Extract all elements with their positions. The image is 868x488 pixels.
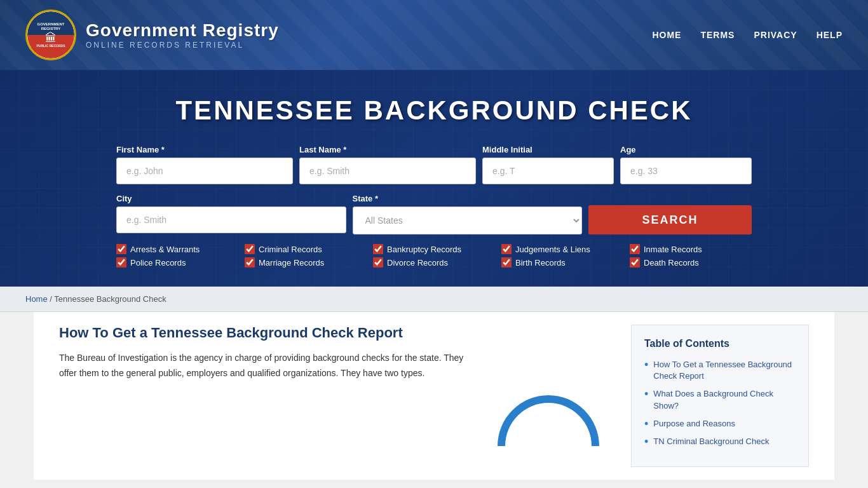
checkbox-judgements[interactable]: Judgements & Liens <box>501 244 623 254</box>
checkbox-inmate[interactable]: Inmate Records <box>630 244 752 254</box>
first-name-input[interactable] <box>116 158 293 184</box>
checkbox-marriage[interactable]: Marriage Records <box>245 257 367 268</box>
first-name-label: First Name * <box>116 145 293 154</box>
article-title: How To Get a Tennessee Background Check … <box>59 325 612 341</box>
middle-initial-input[interactable] <box>482 158 614 184</box>
city-group: City <box>116 194 346 234</box>
checkbox-police[interactable]: Police Records <box>116 257 238 268</box>
toc-box: Table of Contents How To Get a Tennessee… <box>631 325 809 467</box>
main-nav: HOME TERMS PRIVACY HELP <box>652 30 843 40</box>
checkbox-birth[interactable]: Birth Records <box>501 257 623 268</box>
article-section: How To Get a Tennessee Background Check … <box>59 325 612 467</box>
chart-area <box>485 351 612 446</box>
toc-item-2: What Does a Background Check Show? <box>644 388 796 411</box>
toc-link-4[interactable]: TN Criminal Background Check <box>653 436 769 447</box>
checkbox-death[interactable]: Death Records <box>630 257 752 268</box>
main-content: How To Get a Tennessee Background Check … <box>34 312 834 480</box>
search-form-row2: City State * All States Tennessee Alabam… <box>116 194 752 234</box>
logo-emblem: GOVERNMENT REGISTRY 🏛 PUBLIC RECORDS <box>25 10 76 60</box>
nav-terms[interactable]: TERMS <box>700 30 735 40</box>
city-input[interactable] <box>116 207 346 233</box>
logo-bottom-text: PUBLIC RECORDS <box>36 44 65 48</box>
nav-privacy[interactable]: PRIVACY <box>754 30 797 40</box>
breadcrumb-home[interactable]: Home <box>25 294 48 304</box>
last-name-group: Last Name * <box>299 145 476 184</box>
site-subtitle: ONLINE RECORDS RETRIEVAL <box>86 41 279 50</box>
checkbox-criminal[interactable]: Criminal Records <box>245 244 367 254</box>
site-header: GOVERNMENT REGISTRY 🏛 PUBLIC RECORDS Gov… <box>0 0 868 70</box>
breadcrumb: Home / Tennessee Background Check <box>0 287 868 312</box>
search-form-row1: First Name * Last Name * Middle Initial … <box>116 145 752 184</box>
logo-text: Government Registry ONLINE RECORDS RETRI… <box>86 20 279 50</box>
first-name-group: First Name * <box>116 145 293 184</box>
toc-title: Table of Contents <box>644 338 796 349</box>
toc-item-3: Purpose and Reasons <box>644 418 796 430</box>
logo-building-icon: 🏛 <box>45 32 57 44</box>
logo-area: GOVERNMENT REGISTRY 🏛 PUBLIC RECORDS Gov… <box>25 10 279 60</box>
state-label: State * <box>353 194 583 203</box>
checkbox-arrests[interactable]: Arrests & Warrants <box>116 244 238 254</box>
last-name-input[interactable] <box>299 158 476 184</box>
site-title: Government Registry <box>86 20 279 41</box>
logo-top-text: GOVERNMENT REGISTRY <box>27 22 74 31</box>
toc-link-3[interactable]: Purpose and Reasons <box>653 418 735 430</box>
age-group: Age <box>620 145 752 184</box>
nav-help[interactable]: HELP <box>817 30 843 40</box>
age-input[interactable] <box>620 158 752 184</box>
record-type-checkboxes: Arrests & Warrants Criminal Records Bank… <box>116 244 752 268</box>
state-select[interactable]: All States Tennessee Alabama Alaska <box>353 207 583 234</box>
toc-item-1: How To Get a Tennessee Background Check … <box>644 359 796 382</box>
middle-initial-group: Middle Initial <box>482 145 614 184</box>
toc-link-2[interactable]: What Does a Background Check Show? <box>653 388 796 411</box>
toc-list: How To Get a Tennessee Background Check … <box>644 359 796 447</box>
page-hero-title: TENNESSEE BACKGROUND CHECK <box>13 95 855 126</box>
city-label: City <box>116 194 346 203</box>
middle-initial-label: Middle Initial <box>482 145 614 154</box>
state-group: State * All States Tennessee Alabama Ala… <box>353 194 583 234</box>
nav-home[interactable]: HOME <box>652 30 681 40</box>
checkbox-divorce[interactable]: Divorce Records <box>373 257 495 268</box>
search-button[interactable]: SEARCH <box>588 205 752 234</box>
breadcrumb-current: Tennessee Background Check <box>54 294 166 304</box>
last-name-label: Last Name * <box>299 145 476 154</box>
breadcrumb-separator: / <box>50 294 52 304</box>
toc-link-1[interactable]: How To Get a Tennessee Background Check … <box>653 359 796 382</box>
toc-sidebar: Table of Contents How To Get a Tennessee… <box>631 325 809 467</box>
checkbox-bankruptcy[interactable]: Bankruptcy Records <box>373 244 495 254</box>
age-label: Age <box>620 145 752 154</box>
toc-item-4: TN Criminal Background Check <box>644 436 796 447</box>
donut-chart <box>498 395 599 446</box>
hero-section: TENNESSEE BACKGROUND CHECK First Name * … <box>0 70 868 287</box>
